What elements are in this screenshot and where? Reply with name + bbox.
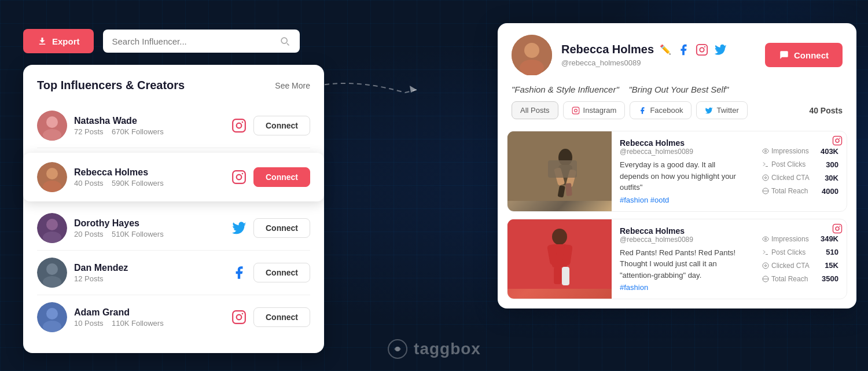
influencer-info-dan: Dan Mendez 12 Posts: [74, 263, 225, 283]
avatar-adam: [37, 302, 67, 332]
post-platform-icon-2: [832, 223, 843, 236]
panel-title: Top Influencers & Creators: [37, 79, 185, 92]
post-card-1: Rebecca Holmes @rebecca_holmes0089 Every…: [507, 131, 847, 212]
posts-area: Rebecca Holmes @rebecca_holmes0089 Every…: [498, 126, 856, 308]
post-hashtag-2: #fashion: [620, 283, 746, 292]
connect-button-rebecca[interactable]: Connect: [253, 167, 310, 187]
connect-button-dan[interactable]: Connect: [253, 263, 310, 282]
eye-icon-2: [762, 236, 769, 243]
svg-point-32: [574, 109, 577, 112]
svg-rect-47: [833, 137, 842, 145]
export-button[interactable]: Export: [23, 29, 94, 53]
svg-point-9: [43, 181, 61, 192]
post-user-handle-2: @rebecca_holmes0089: [620, 236, 746, 244]
post-image-svg-2: [507, 219, 612, 289]
influencer-name-natasha: Natasha Wade: [74, 116, 225, 126]
stat-post-clicks-1: Post Clicks 300: [762, 160, 838, 169]
avatar-image-rebecca: [37, 162, 67, 192]
post-platform-icon-1: [832, 135, 843, 148]
svg-point-49: [839, 138, 840, 139]
influencer-name-rebecca: Rebecca Holmes: [74, 167, 225, 178]
post-content-1: Rebecca Holmes @rebecca_holmes0089 Every…: [612, 131, 754, 211]
svg-point-2: [46, 116, 58, 128]
reach-icon-1: [762, 188, 769, 194]
svg-point-26: [524, 43, 539, 58]
see-more-link[interactable]: See More: [275, 81, 310, 90]
tab-all-posts[interactable]: All Posts: [512, 101, 558, 119]
posts-count: 40 Posts: [809, 106, 843, 115]
export-label: Export: [52, 36, 80, 46]
left-panel: Export Top Influencers & Creators See Mo…: [12, 12, 451, 353]
svg-rect-31: [572, 107, 579, 114]
svg-point-6: [242, 122, 244, 123]
profile-twitter-icon[interactable]: [714, 43, 727, 56]
post-image-1: [507, 131, 612, 211]
influencer-info-adam: Adam Grand 10 Posts 110K Followers: [74, 307, 225, 328]
stat-post-clicks-value-1: 300: [826, 160, 838, 169]
profile-facebook-icon[interactable]: [677, 43, 690, 56]
profile-avatar: [512, 35, 552, 75]
avatar-image-dorothy: [37, 213, 67, 243]
svg-rect-4: [233, 119, 245, 132]
connect-button-dorothy[interactable]: Connect: [253, 218, 310, 238]
profile-handle: @rebecca_holmes0089: [561, 58, 756, 67]
cursor-icon-2: [762, 249, 769, 256]
tab-facebook[interactable]: Facebook: [630, 101, 692, 119]
edit-icon[interactable]: ✏️: [660, 44, 671, 55]
svg-rect-40: [548, 160, 577, 178]
influencer-info-natasha: Natasha Wade 72 Posts 670K Followers: [74, 116, 225, 136]
profile-card: Rebecca Holmes ✏️ @rebecca_holm: [498, 23, 856, 308]
svg-point-27: [520, 60, 544, 75]
svg-point-11: [237, 175, 242, 180]
svg-point-65: [839, 225, 840, 226]
panel-header: Top Influencers & Creators See More: [37, 79, 310, 92]
taggbox-brand: taggbox: [387, 339, 481, 359]
svg-point-64: [836, 227, 839, 230]
profile-instagram-icon[interactable]: [696, 43, 708, 56]
search-bar-container: [103, 30, 300, 53]
influencer-meta-rebecca: 40 Posts 590K Followers: [74, 179, 225, 188]
svg-point-51: [552, 229, 567, 245]
stat-reach-value-2: 3500: [822, 274, 838, 283]
svg-point-29: [700, 47, 704, 52]
target-icon-2: [762, 262, 769, 269]
influencer-row-adam: Adam Grand 10 Posts 110K Followers Conne…: [37, 295, 310, 339]
influencer-row-natasha: Natasha Wade 72 Posts 670K Followers Con…: [37, 104, 310, 148]
profile-connect-button[interactable]: Connect: [765, 43, 843, 67]
connect-button-natasha[interactable]: Connect: [253, 116, 310, 135]
post-text-1: Everyday is a good day. It all depends o…: [620, 159, 746, 193]
top-bar: Export: [12, 12, 451, 53]
avatar-natasha: [37, 111, 67, 141]
stat-reach-2: Total Reach 3500: [762, 274, 838, 283]
influencer-name-adam: Adam Grand: [74, 307, 225, 318]
connect-button-adam[interactable]: Connect: [253, 307, 310, 327]
svg-point-59: [763, 263, 768, 269]
influencer-meta-natasha: 72 Posts 670K Followers: [74, 127, 225, 136]
avatar-image-adam: [37, 302, 67, 332]
stat-post-clicks-2: Post Clicks 510: [762, 248, 838, 256]
tab-twitter[interactable]: Twitter: [696, 101, 747, 119]
tab-facebook-icon: [638, 106, 646, 115]
instagram-icon-natasha: [231, 118, 247, 133]
search-icon: [279, 35, 290, 47]
svg-rect-22: [233, 311, 245, 324]
twitter-icon-dorothy: [231, 221, 247, 236]
svg-point-41: [765, 150, 767, 152]
avatar-dorothy: [37, 213, 67, 243]
post-image-svg-1: [507, 131, 612, 201]
search-input[interactable]: [112, 36, 274, 46]
svg-point-12: [242, 173, 244, 175]
influencer-name-dan: Dan Mendez: [74, 263, 225, 273]
svg-point-43: [763, 175, 768, 181]
tab-instagram[interactable]: Instagram: [563, 101, 626, 119]
influencer-panel: Top Influencers & Creators See More Nata: [23, 65, 324, 353]
post-card-inner-1: Rebecca Holmes @rebecca_holmes0089 Every…: [507, 131, 847, 212]
svg-point-3: [43, 129, 61, 141]
svg-point-15: [43, 232, 61, 243]
svg-rect-28: [697, 44, 707, 54]
influencer-info-rebecca: Rebecca Holmes 40 Posts 590K Followers: [74, 167, 225, 188]
avatar-image-dan: [37, 258, 67, 288]
profile-avatar-image: [512, 35, 552, 75]
svg-point-44: [765, 177, 767, 179]
instagram-icon-rebecca: [231, 170, 247, 185]
